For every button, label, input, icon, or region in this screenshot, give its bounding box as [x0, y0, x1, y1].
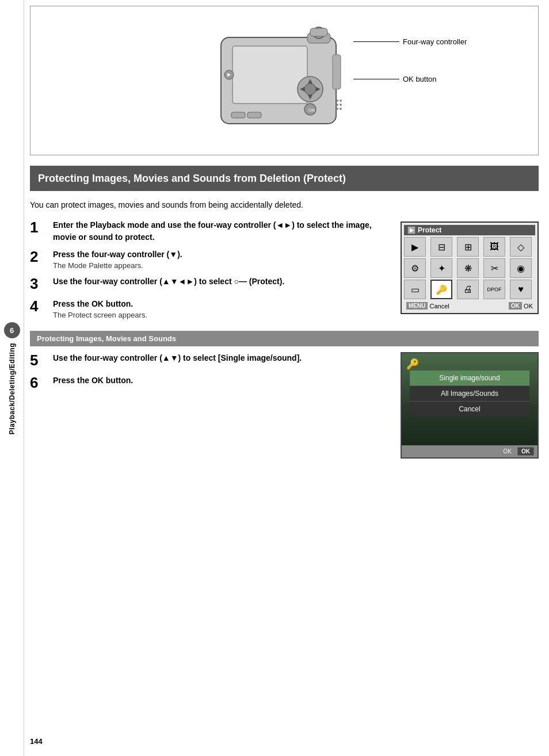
palette-cell-5: ◇: [510, 237, 532, 257]
svg-text:OK: OK: [308, 108, 315, 113]
callout-ok-button: OK button: [403, 75, 437, 83]
step-5-content: Use the four-way controller (▲▼) to sele…: [53, 352, 391, 364]
protect-screen-container: 🔑 Single image/sound All Images/Sounds C…: [401, 352, 539, 459]
step-6: 6 Press the OK button.: [30, 375, 391, 391]
step-2: 2 Press the four-way controller (▼). The…: [30, 249, 391, 270]
page-footer: 144: [30, 722, 539, 746]
steps56-left: 5 Use the four-way controller (▲▼) to se…: [30, 352, 391, 396]
camera-diagram: OK Four-way controller: [204, 20, 365, 141]
intro-text: You can protect images, movies and sound…: [30, 199, 539, 211]
step-3-title: Use the four-way controller (▲▼◄►) to se…: [53, 276, 391, 287]
palette-cell-3: ⊞: [457, 237, 479, 257]
svg-rect-5: [333, 55, 341, 89]
svg-point-21: [340, 100, 342, 102]
steps-5-6-container: 5 Use the four-way controller (▲▼) to se…: [30, 352, 539, 459]
step-6-content: Press the OK button.: [53, 375, 391, 386]
palette-grid-row1: ▶ ⊟ ⊞ 🖼 ◇: [404, 237, 535, 257]
protect-ok-text-label: OK: [504, 448, 512, 455]
camera-image: OK: [204, 20, 365, 141]
step-5: 5 Use the four-way controller (▲▼) to se…: [30, 352, 391, 369]
svg-point-7: [304, 83, 316, 95]
protect-menu-item-single: Single image/sound: [410, 371, 529, 386]
palette-cell-12-protect: 🔑: [430, 280, 452, 299]
protect-menu-item-all: All Images/Sounds: [410, 386, 529, 402]
protect-key-icon: 🔑: [406, 358, 419, 371]
svg-rect-14: [231, 112, 245, 118]
palette-menu-btn: MENU: [406, 302, 428, 310]
svg-point-22: [340, 104, 342, 106]
callout-four-way: Four-way controller: [403, 37, 467, 46]
palette-header: ▶ Protect: [404, 225, 535, 235]
palette-play-icon: ▶: [407, 226, 415, 234]
palette-ok-label: OK: [524, 303, 533, 310]
svg-point-23: [340, 108, 342, 110]
step-2-number: 2: [30, 249, 49, 265]
step-4-content: Press the OK button. The Protect screen …: [53, 298, 391, 319]
chapter-number: 6: [4, 322, 20, 338]
palette-cell-9: ✂: [483, 258, 505, 278]
svg-rect-4: [310, 28, 327, 36]
svg-point-18: [336, 100, 338, 102]
main-content: OK Four-way controller: [24, 0, 549, 756]
palette-cell-10: ◉: [510, 258, 532, 278]
sub-section-title: Protecting Images, Movies and Sounds: [30, 331, 539, 346]
palette-cell-14: DPOF: [483, 280, 505, 299]
step-2-sub: The Mode Palette appears.: [53, 261, 391, 270]
step-6-number: 6: [30, 375, 49, 391]
step-5-title: Use the four-way controller (▲▼) to sele…: [53, 352, 391, 364]
palette-title: Protect: [418, 226, 441, 234]
palette-cell-1: ▶: [404, 237, 426, 257]
step-3: 3 Use the four-way controller (▲▼◄►) to …: [30, 276, 391, 292]
step-1-content: Enter the Playback mode and use the four…: [53, 219, 391, 243]
palette-cell-7: ✦: [430, 258, 452, 278]
palette-cell-11: ▭: [404, 280, 426, 299]
palette-cell-4: 🖼: [483, 237, 505, 257]
svg-point-19: [336, 104, 338, 106]
palette-footer: MENU Cancel OK OK: [404, 301, 535, 311]
palette-cell-2: ⊟: [430, 237, 452, 257]
palette-cell-6: ⚙: [404, 258, 426, 278]
step-4-title: Press the OK button.: [53, 298, 391, 310]
mode-palette-container: ▶ Protect ▶ ⊟ ⊞ 🖼 ◇ ⚙ ✦ ❋ ✂ ◉: [401, 222, 539, 314]
page-number: 144: [30, 737, 539, 746]
protect-menu-overlay: Single image/sound All Images/Sounds Can…: [410, 371, 529, 417]
step-4: 4 Press the OK button. The Protect scree…: [30, 298, 391, 319]
step-1: 1 Enter the Playback mode and use the fo…: [30, 219, 391, 243]
step-1-number: 1: [30, 219, 49, 236]
step-4-number: 4: [30, 298, 49, 315]
mode-palette: ▶ Protect ▶ ⊟ ⊞ 🖼 ◇ ⚙ ✦ ❋ ✂ ◉: [401, 222, 539, 314]
palette-ok-btn: OK: [509, 302, 522, 310]
step-2-title: Press the four-way controller (▼).: [53, 249, 391, 260]
svg-point-20: [336, 108, 338, 110]
protect-screen-inner: 🔑 Single image/sound All Images/Sounds C…: [402, 353, 537, 457]
step-1-title: Enter the Playback mode and use the four…: [53, 219, 391, 243]
svg-rect-1: [232, 46, 307, 104]
palette-grid-row3: ▭ 🔑 🖨 DPOF ♥: [404, 280, 535, 299]
steps-1-4-container: 1 Enter the Playback mode and use the fo…: [30, 219, 539, 325]
palette-cell-15: ♥: [510, 280, 532, 299]
step-3-number: 3: [30, 276, 49, 292]
protect-menu-item-cancel: Cancel: [410, 402, 529, 417]
protect-ok-button: OK: [517, 447, 534, 456]
chapter-label: Playback/Deleting/Editing: [8, 343, 16, 434]
steps-left: 1 Enter the Playback mode and use the fo…: [30, 219, 391, 325]
palette-grid-row2: ⚙ ✦ ❋ ✂ ◉: [404, 258, 535, 278]
step-6-title: Press the OK button.: [53, 375, 391, 386]
step-5-number: 5: [30, 352, 49, 369]
sidebar: 6 Playback/Deleting/Editing: [0, 0, 24, 756]
palette-cell-13: 🖨: [457, 280, 479, 299]
palette-cancel-label: Cancel: [429, 303, 449, 310]
palette-cell-8: ❋: [457, 258, 479, 278]
step-2-content: Press the four-way controller (▼). The M…: [53, 249, 391, 270]
protect-screen: 🔑 Single image/sound All Images/Sounds C…: [401, 352, 539, 459]
svg-rect-15: [247, 112, 261, 118]
step-4-sub: The Protect screen appears.: [53, 311, 391, 319]
camera-diagram-box: OK Four-way controller: [30, 6, 539, 155]
protect-bg: 🔑 Single image/sound All Images/Sounds C…: [402, 353, 537, 445]
protect-screen-footer: OK OK: [402, 445, 537, 457]
step-3-content: Use the four-way controller (▲▼◄►) to se…: [53, 276, 391, 287]
section-title: Protecting Images, Movies and Sounds fro…: [30, 166, 539, 191]
